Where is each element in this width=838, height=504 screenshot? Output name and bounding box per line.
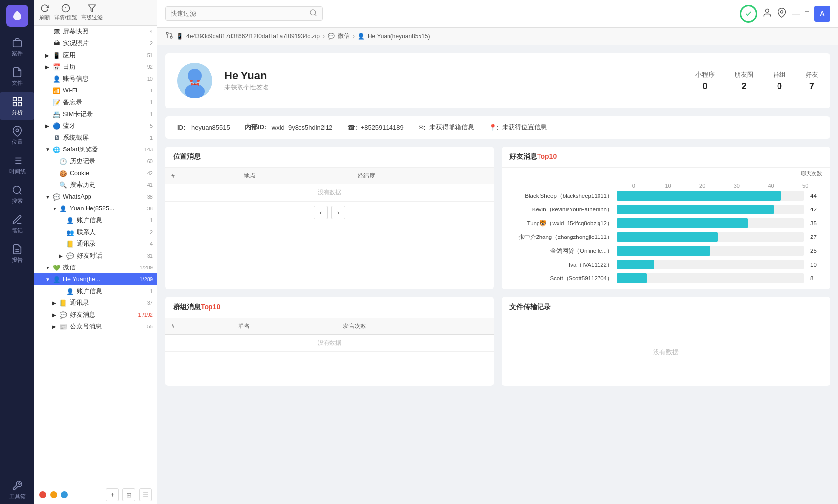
list-button[interactable]: ☰ [139, 488, 152, 501]
grid-button[interactable]: ⊞ [122, 488, 135, 501]
tree-item-wa-account[interactable]: 👤 账户信息 1 [34, 214, 157, 226]
main-content: — □ A 📱 4e4393d9ca817d38662f12f0da1fa1a7… [157, 0, 838, 504]
wechat-breadcrumb-icon: 💬 [328, 33, 335, 40]
wc-contacts-icon: 📒 [59, 298, 68, 307]
tree-item-live[interactable]: 🏔 实况照片 2 [34, 37, 157, 49]
prev-page-button[interactable]: ‹ [314, 206, 328, 219]
svg-rect-2 [18, 98, 21, 101]
group-top10-title: 群组消息Top10 [165, 297, 494, 318]
phone-icon: 📱 [176, 33, 183, 40]
bar-row: Kevin（kevinIsYourFatherhhh） 42 [509, 205, 822, 214]
svg-marker-19 [89, 5, 96, 12]
nav-item-report[interactable]: 报告 [0, 240, 34, 267]
wechat-icon: 💚 [52, 263, 61, 272]
tree-item-wifi[interactable]: 📶 Wi-Fi 1 [34, 85, 157, 96]
tree-item-wa-addressbook[interactable]: 📒 通讯录 4 [34, 238, 157, 250]
svg-point-12 [13, 186, 21, 194]
person-icon: 👤 [59, 204, 68, 213]
bar-label: Iva（IVA11122） [509, 261, 613, 268]
tree-item-wa-contacts[interactable]: 👥 联系人 2 [34, 226, 157, 238]
nav-item-location[interactable]: 位置 [0, 122, 34, 149]
stat-groups: 群组 0 [773, 70, 786, 91]
tree-item-sim[interactable]: 📇 SIM卡记录 1 [34, 108, 157, 120]
nav-item-analysis[interactable]: 分析 [0, 92, 34, 120]
svg-line-13 [19, 192, 21, 194]
bar-row: Tung🐯（wxid_154fcq8obzjq12） 35 [509, 218, 822, 228]
tree-item-bluetooth[interactable]: ▶ 🔵 蓝牙 5 [34, 120, 157, 132]
tree-item-screenshot[interactable]: 🖼 屏幕快照 4 [34, 26, 157, 37]
user-breadcrumb-icon: 👤 [358, 33, 365, 40]
group-col-num: # [165, 318, 232, 335]
tree-item-sysscreen[interactable]: 🖥 系统截屏 1 [34, 132, 157, 144]
refresh-button[interactable]: 刷新 [39, 4, 50, 21]
bar-track [617, 191, 804, 201]
app-icon-btn[interactable]: A [814, 6, 830, 22]
chart-grid: Black Sheep（blacksheep11011） 44 Kevin（ke… [509, 191, 822, 283]
x-tick: 50 [788, 183, 822, 189]
tree-item-memo[interactable]: 📝 备忘录 1 [34, 96, 157, 108]
tree-item-calendar[interactable]: ▶ 📅 日历 92 [34, 61, 157, 73]
stat-mini-program: 小程序 0 [695, 70, 715, 91]
tree-item-safari[interactable]: ▼ 🌐 Safari浏览器 143 [34, 144, 157, 155]
nav-item-case[interactable]: 案件 [0, 33, 34, 61]
tree-item-wechat[interactable]: ▼ 💚 微信 1/289 [34, 262, 157, 273]
two-col-top: 位置消息 # 地点 经纬度 没有数据 [165, 147, 830, 289]
search-input[interactable] [171, 10, 306, 17]
tree-item-wc-account[interactable]: 👤 账户信息 1 [34, 285, 157, 297]
top10-panel-title: 好友消息Top10 [502, 147, 830, 168]
nav-item-note[interactable]: 笔记 [0, 210, 34, 238]
addressbook-icon: 📒 [66, 239, 75, 248]
next-page-button[interactable]: › [331, 206, 345, 219]
preview-button[interactable]: 详情/预览 [54, 4, 77, 21]
svg-rect-0 [13, 40, 22, 47]
filter-button[interactable]: 高级过滤 [81, 4, 103, 21]
meta-internal-id: 内部ID: wxid_9y8cs5hdin2i12 [245, 123, 333, 132]
tree-item-yuanhe[interactable]: ▼ 👤 Yuan He(8525... 38 [34, 203, 157, 214]
file-transfer-panel: 文件传输记录 没有数据 [502, 297, 830, 386]
live-icon: 🏔 [52, 39, 61, 48]
tree-item-cookie[interactable]: 🍪 Cookie 42 [34, 167, 157, 179]
add-button[interactable]: ＋ [106, 488, 119, 501]
tree-item-wc-friendmsg[interactable]: ▶ 💬 好友消息 1 /192 [34, 309, 157, 321]
pin-icon[interactable] [777, 8, 787, 19]
nav-item-file[interactable]: 文件 [0, 63, 34, 90]
tree-item-wa-friendchat[interactable]: ▶ 💬 好友对话 31 [34, 250, 157, 262]
nav-item-timeline[interactable]: 时间线 [0, 151, 34, 179]
tree-item-apps[interactable]: ▶ 📱 应用 51 [34, 49, 157, 61]
svg-point-20 [310, 10, 316, 15]
bar-label: Scott（Scott59112704） [509, 275, 613, 282]
nav-item-tools[interactable]: 工具箱 [0, 476, 34, 504]
tree-item-wc-publicmsg[interactable]: ▶ 📰 公众号消息 55 [34, 321, 157, 332]
file-transfer-title: 文件传输记录 [502, 297, 830, 318]
group-no-data-row: 没有数据 [165, 335, 494, 352]
app-logo [6, 5, 28, 27]
nav-item-search[interactable]: 搜索 [0, 181, 34, 208]
bar-label: Tung🐯（wxid_154fcq8obzjq12） [509, 220, 613, 227]
minimize-button[interactable]: — [792, 9, 800, 18]
x-tick: 10 [651, 183, 686, 189]
bar-value: 25 [810, 248, 822, 254]
svg-point-5 [16, 129, 19, 132]
chart-header: 聊天次数 [502, 168, 830, 177]
svg-point-22 [766, 9, 769, 13]
maximize-button[interactable]: □ [805, 9, 809, 18]
tree-item-heyuan[interactable]: ▼ 👤 He Yuan(he... 1/289 [34, 273, 157, 285]
wc-account-icon: 👤 [66, 287, 75, 296]
svg-point-24 [170, 36, 172, 38]
tree-item-history[interactable]: 🕐 历史记录 60 [34, 155, 157, 167]
tree-item-wc-contacts[interactable]: ▶ 📒 通讯录 37 [34, 297, 157, 309]
bar-track [617, 246, 804, 256]
account2-icon: 👤 [66, 216, 75, 225]
tree-item-account-info[interactable]: 👤 账号信息 10 [34, 73, 157, 85]
x-tick: 30 [719, 183, 754, 189]
tree-item-whatsapp[interactable]: ▼ 💬 WhatsApp 38 [34, 191, 157, 203]
account-icon: 👤 [52, 74, 61, 83]
top10-panel: 好友消息Top10 聊天次数 01020304050 Black Sheep（b… [502, 147, 830, 289]
bar-fill [617, 246, 710, 256]
user-icon[interactable] [762, 8, 772, 19]
tree-item-searchhistory[interactable]: 🔍 搜索历史 41 [34, 179, 157, 191]
svg-rect-1 [13, 98, 16, 101]
bar-fill [617, 273, 647, 283]
profile-stats: 小程序 0 朋友圈 2 群组 0 好友 7 [695, 70, 818, 91]
dot-yellow [50, 491, 57, 498]
